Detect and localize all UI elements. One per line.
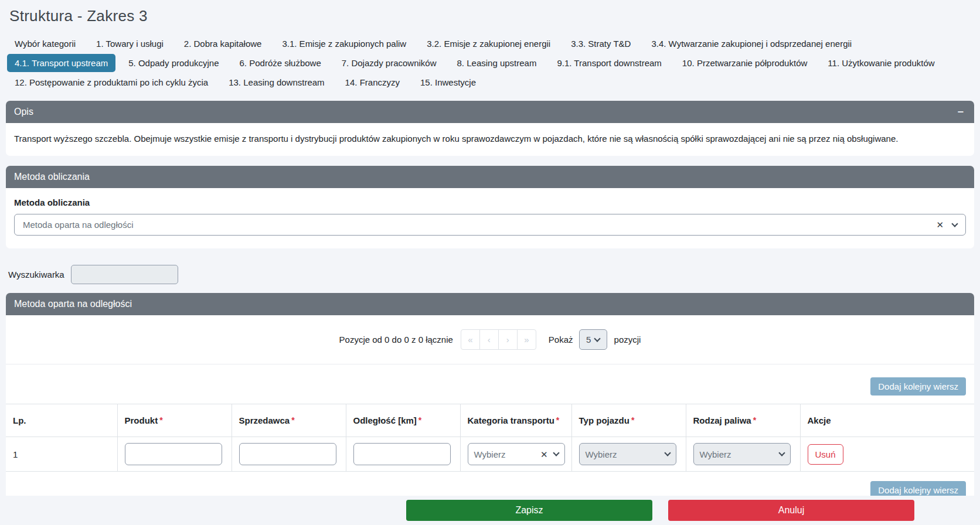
chevron-down-icon[interactable] <box>553 449 559 456</box>
footer-action-bar: Zapisz Anuluj <box>0 496 980 525</box>
tab-3-2-emisje-z-zakupionej-energii[interactable]: 3.2. Emisje z zakupionej energii <box>419 35 558 53</box>
chevron-down-icon[interactable] <box>951 220 958 227</box>
tab-15-inwestycje[interactable]: 15. Inwestycje <box>413 73 484 91</box>
kategoria-transportu-select[interactable]: Wybierz ✕ <box>468 443 565 465</box>
tab-12-postepowanie-z-produktami[interactable]: 12. Postępowanie z produktami po ich cyk… <box>7 73 216 91</box>
required-asterisk: * <box>418 415 421 425</box>
tab-9-1-transport-downstream[interactable]: 9.1. Transport downstream <box>549 54 669 72</box>
column-header-odleglosc: Odległość [km]* <box>346 404 460 437</box>
tab-wybor-kategorii[interactable]: Wybór kategorii <box>7 35 83 53</box>
pagination-info: Pozycje od 0 do 0 z 0 łącznie <box>339 335 453 345</box>
tab-5-odpady-produkcyjne[interactable]: 5. Odpady produkcyjne <box>121 54 226 72</box>
pager-group: « ‹ › » <box>461 329 536 350</box>
tab-1-towary-i-uslugi[interactable]: 1. Towary i usługi <box>89 35 171 53</box>
save-button[interactable]: Zapisz <box>406 500 652 521</box>
chevron-down-icon <box>594 335 601 342</box>
column-label: Lp. <box>13 415 26 425</box>
required-asterisk: * <box>291 415 294 425</box>
tab-6-podroze-sluzbowe[interactable]: 6. Podróże służbowe <box>232 54 329 72</box>
page-title: Struktura - Zakres 3 <box>9 7 971 25</box>
show-label: Pokaż <box>549 335 573 345</box>
metoda-header-label: Metoda obliczania <box>14 172 90 182</box>
tab-13-leasing-downstream[interactable]: 13. Leasing downstream <box>221 73 332 91</box>
tab-row-1: Wybór kategorii 1. Towary i usługi 2. Do… <box>7 35 973 53</box>
row-number: 1 <box>13 449 18 459</box>
tab-4-1-transport-upstream-active[interactable]: 4.1. Transport upstream <box>7 54 115 72</box>
clear-icon[interactable]: ✕ <box>540 450 548 459</box>
tab-10-przetwarzanie-polproduktow[interactable]: 10. Przetwarzanie półproduktów <box>675 54 815 72</box>
metoda-card-header: Metoda obliczania <box>6 166 974 188</box>
cell-kategoria-transportu: Wybierz ✕ <box>460 437 571 472</box>
column-label: Akcje <box>808 415 831 425</box>
kategoria-placeholder: Wybierz <box>474 449 506 459</box>
page-last-button[interactable]: » <box>517 329 536 350</box>
column-header-akcje: Akcje <box>800 404 974 437</box>
cell-typ-pojazdu: Wybierz <box>571 437 686 472</box>
tab-3-3-straty-td[interactable]: 3.3. Straty T&D <box>563 35 638 53</box>
search-label: Wyszukiwarka <box>8 270 64 279</box>
search-input[interactable] <box>71 265 178 284</box>
column-header-produkt: Produkt* <box>117 404 232 437</box>
table-header-row: Lp. Produkt* Sprzedawca* Odległość [km]*… <box>6 404 974 437</box>
metoda-field-label: Metoda obliczania <box>14 197 966 207</box>
column-label: Typ pojazdu <box>579 415 629 425</box>
chevron-down-icon <box>778 449 785 456</box>
page-first-button[interactable]: « <box>461 329 480 350</box>
produkt-input[interactable] <box>125 443 222 465</box>
column-label: Rodzaj paliwa <box>693 415 751 425</box>
opis-card: Opis − Transport wyższego szczebla. Obej… <box>6 101 974 156</box>
cell-sprzedawca <box>232 437 346 472</box>
search-row: Wyszukiwarka <box>8 265 972 284</box>
required-asterisk: * <box>556 415 559 425</box>
opis-description-text: Transport wyższego szczebla. Obejmuje ws… <box>14 134 898 144</box>
column-label: Kategoria transportu <box>468 415 554 425</box>
rodzaj-paliwa-placeholder: Wybierz <box>700 449 731 459</box>
pagination-bar: Pozycje od 0 do 0 z 0 łącznie « ‹ › » Po… <box>6 315 974 364</box>
page-next-button[interactable]: › <box>498 329 518 350</box>
rodzaj-paliwa-select[interactable]: Wybierz <box>693 443 791 465</box>
column-header-rodzaj-paliwa: Rodzaj paliwa* <box>686 404 800 437</box>
typ-pojazdu-select-icons <box>665 453 670 455</box>
tab-2-dobra-kapitalowe[interactable]: 2. Dobra kapitałowe <box>176 35 270 53</box>
chevron-down-icon <box>664 449 671 456</box>
cell-odleglosc <box>346 437 460 472</box>
add-row-bar-top: Dodaj kolejny wiersz <box>6 364 974 404</box>
positions-suffix-label: pozycji <box>614 335 641 345</box>
tab-14-franczyzy[interactable]: 14. Franczyzy <box>338 73 407 91</box>
required-asterisk: * <box>753 415 756 425</box>
clear-icon[interactable]: ✕ <box>936 220 944 229</box>
tab-11-uzytkowanie-produktow[interactable]: 11. Użytkowanie produktów <box>820 54 942 72</box>
sprzedawca-input[interactable] <box>239 443 336 465</box>
metoda-selected-value: Metoda oparta na odległości <box>23 220 133 230</box>
metoda-body: Metoda obliczania Metoda oparta na odleg… <box>6 188 974 248</box>
column-label: Sprzedawca <box>239 415 290 425</box>
add-row-button-top[interactable]: Dodaj kolejny wiersz <box>870 377 966 396</box>
odleglosc-input[interactable] <box>353 443 451 465</box>
tab-3-4-wytwarzanie-energii[interactable]: 3.4. Wytwarzanie zakupionej i odsprzedan… <box>644 35 859 53</box>
tab-3-1-emisje-z-zakupionych-paliw[interactable]: 3.1. Emisje z zakupionych paliw <box>274 35 414 53</box>
rodzaj-paliwa-select-icons <box>780 453 784 455</box>
collapse-minus-icon[interactable]: − <box>955 107 966 117</box>
column-header-sprzedawca: Sprzedawca* <box>232 404 346 437</box>
distance-method-table: Lp. Produkt* Sprzedawca* Odległość [km]*… <box>6 404 974 472</box>
metoda-obliczania-select[interactable]: Metoda oparta na odległości ✕ <box>14 214 966 236</box>
delete-row-button[interactable]: Usuń <box>808 444 843 465</box>
typ-pojazdu-placeholder: Wybierz <box>586 449 617 459</box>
opis-body: Transport wyższego szczebla. Obejmuje ws… <box>6 123 974 156</box>
typ-pojazdu-select[interactable]: Wybierz <box>579 443 676 465</box>
tab-row-3: 12. Postępowanie z produktami po ich cyk… <box>7 73 973 91</box>
tab-8-leasing-upstream[interactable]: 8. Leasing upstream <box>450 54 545 72</box>
cell-lp: 1 <box>6 437 117 472</box>
page-prev-button[interactable]: ‹ <box>479 329 499 350</box>
distance-method-card: Metoda oparta na odległości Pozycje od 0… <box>6 293 974 504</box>
cancel-button[interactable]: Anuluj <box>668 500 914 521</box>
metoda-select-icons: ✕ <box>936 220 957 229</box>
category-tabs: Wybór kategorii 1. Towary i usługi 2. Do… <box>7 35 973 91</box>
column-header-kategoria-transportu: Kategoria transportu* <box>460 404 571 437</box>
distance-method-header-label: Metoda oparta na odległości <box>14 299 132 309</box>
tab-row-2: 4.1. Transport upstream 5. Odpady produk… <box>7 54 973 72</box>
page-size-value: 5 <box>586 335 591 345</box>
tab-7-dojazdy-pracownikow[interactable]: 7. Dojazdy pracowników <box>334 54 444 72</box>
column-header-typ-pojazdu: Typ pojazdu* <box>571 404 686 437</box>
page-size-select[interactable]: 5 <box>579 329 607 350</box>
